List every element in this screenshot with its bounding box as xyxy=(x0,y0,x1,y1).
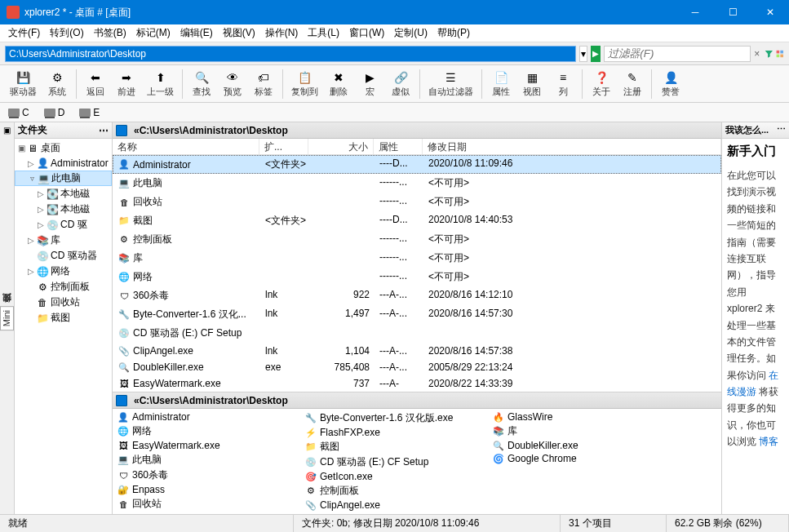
toolbar-forward[interactable]: ➡前进 xyxy=(111,68,142,100)
file-row[interactable]: 👤Administrator <文件夹> ----D... 2020/10/8 … xyxy=(113,155,721,174)
toolbar-macro[interactable]: ▶宏 xyxy=(354,68,385,100)
drive-C[interactable]: C xyxy=(5,106,33,119)
filter-input[interactable] xyxy=(604,46,751,62)
right-panel-menu-icon[interactable]: ⋯ xyxy=(777,124,786,136)
col-attr[interactable]: 属性 xyxy=(374,139,423,154)
toolbar-autofilter[interactable]: ☰自动过滤器 xyxy=(423,68,478,100)
tree-item[interactable]: ▷👤Administrator xyxy=(15,156,112,171)
menu-窗口(W)[interactable]: 窗口(W) xyxy=(344,24,389,42)
menu-视图(V)[interactable]: 视图(V) xyxy=(218,24,260,42)
menu-文件(F)[interactable]: 文件(F) xyxy=(3,24,45,42)
col-name[interactable]: 名称 xyxy=(113,139,259,154)
list-item[interactable]: 🔧Byte-Converter-1.6 汉化版.exe xyxy=(302,410,490,426)
maximize-button[interactable]: ☐ xyxy=(714,0,751,24)
col-date[interactable]: 修改日期 xyxy=(423,139,721,154)
filter-clear[interactable]: × xyxy=(754,48,760,60)
toolbar-preview[interactable]: 👁预览 xyxy=(217,68,248,100)
menu-转到(O)[interactable]: 转到(O) xyxy=(45,24,88,42)
file-row[interactable]: 🔍DoubleKiller.exe exe 785,408 ---A-... 2… xyxy=(113,359,721,375)
toolbar-copyto[interactable]: 📋复制到 xyxy=(286,68,323,100)
list-item[interactable]: 📎ClipAngel.exe xyxy=(302,499,490,512)
list-item[interactable]: 👤Administrator xyxy=(114,410,302,423)
list-item[interactable]: 💻此电脑 xyxy=(114,452,302,468)
toolbar-system[interactable]: ⚙系统 xyxy=(42,68,73,100)
file-row[interactable]: 🛡360杀毒 lnk 922 ---A-... 2020/8/16 14:12:… xyxy=(113,286,721,305)
tree-item[interactable]: ▣🖥桌面 xyxy=(15,140,112,156)
tree-item[interactable]: ▿💻此电脑 xyxy=(15,171,112,186)
link-blog[interactable]: 博客 xyxy=(759,436,778,447)
funnel-icon[interactable] xyxy=(765,47,773,61)
tree-twisty-icon[interactable]: ▷ xyxy=(26,236,36,245)
vertical-tab[interactable]: ▣ Mini虚拟文件夹 xyxy=(0,122,15,514)
tree-item[interactable]: ▷🌐网络 xyxy=(15,264,112,279)
menu-帮助(P)[interactable]: 帮助(P) xyxy=(432,24,475,42)
file-row[interactable]: 🌐网络 ------... <不可用> xyxy=(113,268,721,286)
toolbar-drives[interactable]: 💾驱动器 xyxy=(5,68,42,100)
list-item[interactable]: 🌀Google Chrome xyxy=(490,452,677,465)
tree-item[interactable]: ▷💿CD 驱 xyxy=(15,217,112,233)
toolbar-register[interactable]: ✎注册 xyxy=(617,68,648,100)
path-input[interactable] xyxy=(5,46,576,62)
drive-D[interactable]: D xyxy=(41,106,69,119)
tree-item[interactable]: 📁截图 xyxy=(15,310,112,326)
menu-工具(L)[interactable]: 工具(L) xyxy=(303,24,344,42)
list-item[interactable]: 📁截图 xyxy=(302,439,490,454)
file-row[interactable]: 📚库 ------... <不可用> xyxy=(113,249,721,268)
list-item[interactable]: ⚡FlashFXP.exe xyxy=(302,426,490,439)
list-item[interactable]: 💿CD 驱动器 (E:) CF Setup xyxy=(302,454,490,470)
tree-item[interactable]: ▷💽本地磁 xyxy=(15,186,112,202)
col-size[interactable]: 大小 xyxy=(308,139,374,154)
list-item[interactable]: 📚库 xyxy=(490,423,677,439)
tree-twisty-icon[interactable]: ▿ xyxy=(27,174,37,183)
file-row[interactable]: 🖼EasyWatermark.exe 737 ---A- 2020/8/22 1… xyxy=(113,375,721,392)
tree-twisty-icon[interactable]: ▷ xyxy=(36,189,46,198)
tree-twisty-icon[interactable]: ▷ xyxy=(36,205,46,214)
toolbar-props[interactable]: 📄属性 xyxy=(485,68,516,100)
toolbar-view[interactable]: ▦视图 xyxy=(516,68,547,100)
go-button[interactable]: ▶ xyxy=(591,46,601,62)
close-button[interactable]: ✕ xyxy=(751,0,789,24)
file-row[interactable]: 📎ClipAngel.exe lnk 1,104 ---A-... 2020/8… xyxy=(113,343,721,359)
toolbar-about[interactable]: ❓关于 xyxy=(586,68,617,100)
list-item[interactable]: 🔍DoubleKiller.exe xyxy=(490,439,677,452)
list-item[interactable]: 🛡360杀毒 xyxy=(114,468,302,483)
tree-twisty-icon[interactable]: ▷ xyxy=(36,220,46,229)
tree-item[interactable]: ⚙控制面板 xyxy=(15,279,112,295)
tree-twisty-icon[interactable]: ▷ xyxy=(26,159,36,168)
file-row[interactable]: 🔧Byte-Converter-1.6 汉化... lnk 1,497 ---A… xyxy=(113,305,721,324)
file-row[interactable]: 💻此电脑 ------... <不可用> xyxy=(113,174,721,193)
drive-E[interactable]: E xyxy=(76,106,103,119)
file-row[interactable]: 📁截图 <文件夹> ----D... 2020/10/8 14:40:53 xyxy=(113,211,721,230)
menu-标记(M)[interactable]: 标记(M) xyxy=(131,24,175,42)
path-dropdown[interactable]: ▾ xyxy=(579,46,587,62)
list-item[interactable]: 🖼EasyWatermark.exe xyxy=(114,439,302,452)
toolbar-back[interactable]: ⬅返回 xyxy=(80,68,111,100)
menu-定制(U)[interactable]: 定制(U) xyxy=(389,24,432,42)
toolbar-tags[interactable]: 🏷标签 xyxy=(248,68,279,100)
list-item[interactable]: 🗑回收站 xyxy=(114,496,302,512)
col-ext[interactable]: 扩... xyxy=(259,139,308,154)
list-item[interactable]: 🔥GlassWire xyxy=(490,410,677,423)
toolbar-up[interactable]: ⬆上一级 xyxy=(142,68,179,100)
menu-编辑(E)[interactable]: 编辑(E) xyxy=(175,24,218,42)
list-item[interactable]: 🌐网络 xyxy=(114,423,302,439)
file-row[interactable]: 🗑回收站 ------... <不可用> xyxy=(113,193,721,211)
tree-twisty-icon[interactable]: ▣ xyxy=(16,144,26,153)
toolbar-virtual[interactable]: 🔗虚似 xyxy=(385,68,416,100)
file-row[interactable]: ⚙控制面板 ------... <不可用> xyxy=(113,230,721,249)
file-row[interactable]: 💿CD 驱动器 (E:) CF Setup xyxy=(113,324,721,343)
list-item[interactable]: 🎯GetIcon.exe xyxy=(302,470,490,483)
list-item[interactable]: ⚙控制面板 xyxy=(302,483,490,499)
toolbar-delete[interactable]: ✖删除 xyxy=(323,68,354,100)
toolbar-find[interactable]: 🔍查找 xyxy=(186,68,217,100)
tree-twisty-icon[interactable]: ▷ xyxy=(26,267,36,276)
tree-item[interactable]: ▷📚库 xyxy=(15,233,112,248)
tree-item[interactable]: ▷💽本地磁 xyxy=(15,202,112,217)
toolbar-credits[interactable]: 👤赞誉 xyxy=(655,68,686,100)
toolbar-columns[interactable]: ≡列 xyxy=(547,68,578,100)
tree-item[interactable]: 🗑回收站 xyxy=(15,295,112,310)
list-item[interactable]: 🔐Enpass xyxy=(114,483,302,496)
sidebar-dropdown-icon[interactable]: ⋯ xyxy=(99,125,109,136)
menu-操作(N)[interactable]: 操作(N) xyxy=(260,24,304,42)
minimize-button[interactable]: ─ xyxy=(676,0,714,24)
